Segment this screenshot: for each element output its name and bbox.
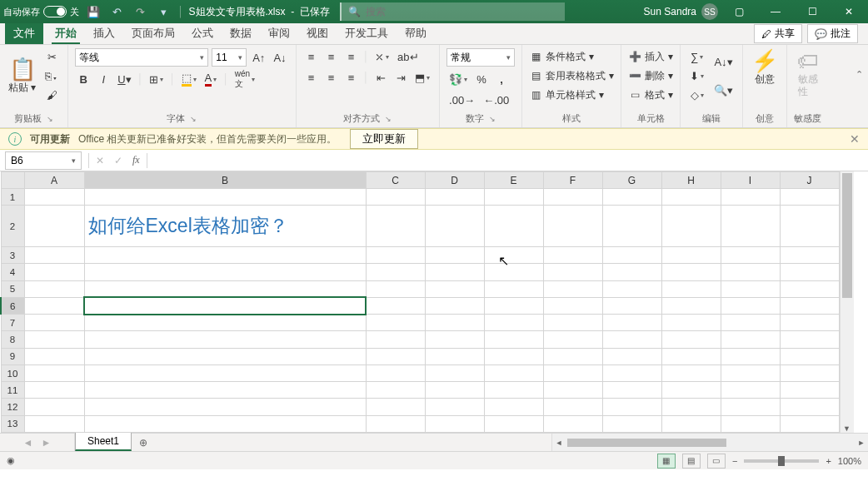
conditional-format-button[interactable]: ▦条件格式 ▾ bbox=[529, 48, 614, 65]
zoom-in-icon[interactable]: + bbox=[826, 456, 831, 466]
comments-button[interactable]: 💬 批注 bbox=[807, 24, 858, 43]
insert-cells-button[interactable]: ➕插入 ▾ bbox=[628, 48, 673, 65]
paste-button[interactable]: 📋粘贴 ▾ bbox=[7, 48, 37, 103]
vertical-scrollbar[interactable]: ▲ ▼ bbox=[840, 171, 854, 433]
row-header[interactable]: 2 bbox=[1, 206, 24, 247]
zoom-slider[interactable] bbox=[744, 459, 819, 463]
format-cells-button[interactable]: ▭格式 ▾ bbox=[628, 87, 673, 103]
tab-help[interactable]: 帮助 bbox=[397, 23, 435, 44]
row-header[interactable]: 9 bbox=[1, 348, 24, 364]
number-format-combo[interactable]: 常规▾ bbox=[446, 48, 515, 67]
row-header[interactable]: 4 bbox=[1, 264, 24, 280]
normal-view-icon[interactable]: ▦ bbox=[657, 454, 676, 469]
comma-icon[interactable]: , bbox=[493, 71, 510, 87]
horizontal-scrollbar[interactable]: ◄► bbox=[551, 434, 868, 451]
autosum-icon[interactable]: ∑ bbox=[687, 48, 706, 65]
col-header[interactable]: A bbox=[24, 172, 84, 189]
search-box[interactable]: 🔍 bbox=[340, 2, 565, 21]
format-as-table-button[interactable]: ▤套用表格格式 ▾ bbox=[529, 67, 614, 84]
underline-button[interactable]: U▾ bbox=[115, 71, 133, 87]
tab-review[interactable]: 审阅 bbox=[260, 23, 298, 44]
save-icon[interactable]: 💾 bbox=[84, 3, 102, 20]
align-center-icon[interactable]: ≡ bbox=[323, 69, 340, 86]
row-header[interactable]: 3 bbox=[1, 247, 24, 264]
border-button[interactable]: ⊞ bbox=[147, 71, 166, 87]
search-input[interactable] bbox=[366, 6, 558, 17]
ribbon-options-icon[interactable]: ▢ bbox=[723, 0, 755, 23]
align-right-icon[interactable]: ≡ bbox=[343, 69, 360, 86]
increase-indent-icon[interactable]: ⇥ bbox=[392, 69, 409, 86]
cut-icon[interactable]: ✂ bbox=[42, 48, 61, 65]
tab-insert[interactable]: 插入 bbox=[85, 23, 123, 44]
page-layout-view-icon[interactable]: ▤ bbox=[682, 454, 701, 469]
redo-icon[interactable]: ↷ bbox=[131, 3, 149, 20]
fx-icon[interactable]: fx bbox=[127, 154, 145, 166]
col-header[interactable]: J bbox=[780, 172, 839, 189]
bold-button[interactable]: B bbox=[75, 71, 92, 87]
col-header[interactable]: C bbox=[366, 172, 425, 189]
row-header[interactable]: 12 bbox=[1, 399, 24, 415]
row-header[interactable]: 11 bbox=[1, 382, 24, 399]
fill-color-button[interactable]: ⬚ bbox=[179, 71, 199, 87]
col-header[interactable]: H bbox=[661, 172, 721, 189]
align-left-icon[interactable]: ≡ bbox=[303, 69, 320, 86]
font-color-button[interactable]: A bbox=[202, 71, 220, 87]
delete-cells-button[interactable]: ➖删除 ▾ bbox=[628, 67, 673, 84]
page-break-view-icon[interactable]: ▭ bbox=[707, 454, 726, 469]
col-header[interactable]: E bbox=[484, 172, 543, 189]
format-painter-icon[interactable]: 🖌 bbox=[42, 87, 61, 103]
copy-icon[interactable]: ⎘▾ bbox=[42, 67, 61, 84]
accounting-format-icon[interactable]: 💱 bbox=[446, 71, 470, 87]
row-header[interactable]: 1 bbox=[1, 189, 24, 206]
find-select-icon[interactable]: 🔍▾ bbox=[711, 82, 736, 98]
autosave-toggle[interactable]: 自动保存 关 bbox=[3, 6, 79, 18]
col-header[interactable]: B bbox=[84, 172, 366, 189]
sheet-tab[interactable]: Sheet1 bbox=[75, 433, 132, 451]
active-cell[interactable] bbox=[84, 297, 366, 314]
zoom-out-icon[interactable]: − bbox=[732, 456, 737, 466]
update-now-button[interactable]: 立即更新 bbox=[350, 129, 418, 149]
new-sheet-button[interactable]: ⊕ bbox=[132, 434, 155, 451]
account-button[interactable]: Sun Sandra SS bbox=[644, 3, 718, 20]
increase-decimal-icon[interactable]: .00→ bbox=[446, 92, 477, 108]
dialog-launcher-icon[interactable]: ↘ bbox=[489, 115, 496, 123]
decrease-decimal-icon[interactable]: ←.00 bbox=[481, 92, 511, 108]
dialog-launcher-icon[interactable]: ↘ bbox=[190, 115, 197, 123]
phonetic-button[interactable]: wén文 bbox=[232, 71, 257, 87]
sheet-nav[interactable]: ◄ ► bbox=[0, 434, 75, 451]
dialog-launcher-icon[interactable]: ↘ bbox=[385, 115, 392, 123]
decrease-indent-icon[interactable]: ⇤ bbox=[372, 69, 389, 86]
cell-styles-button[interactable]: ▥单元格样式 ▾ bbox=[529, 87, 614, 103]
ideas-button[interactable]: ⚡创意 bbox=[750, 48, 780, 87]
col-header[interactable]: I bbox=[721, 172, 780, 189]
maximize-icon[interactable]: ☐ bbox=[796, 0, 828, 23]
undo-icon[interactable]: ↶ bbox=[107, 3, 126, 20]
tab-developer[interactable]: 开发工具 bbox=[337, 23, 397, 44]
tab-view[interactable]: 视图 bbox=[298, 23, 337, 44]
dialog-launcher-icon[interactable]: ↘ bbox=[47, 115, 53, 123]
shrink-font-icon[interactable]: A↓ bbox=[271, 49, 288, 66]
col-header[interactable]: D bbox=[425, 172, 484, 189]
row-header[interactable]: 5 bbox=[1, 280, 24, 297]
font-size-combo[interactable]: 11▾ bbox=[212, 48, 247, 67]
percent-icon[interactable]: % bbox=[473, 71, 490, 87]
row-header[interactable]: 6 bbox=[1, 297, 24, 314]
cell-b2[interactable]: 如何给Excel表格加密？ bbox=[84, 206, 366, 247]
grow-font-icon[interactable]: A↑ bbox=[250, 49, 267, 66]
close-icon[interactable]: ✕ bbox=[833, 0, 865, 23]
align-top-icon[interactable]: ≡ bbox=[303, 48, 320, 65]
align-bottom-icon[interactable]: ≡ bbox=[343, 48, 360, 65]
merge-button[interactable]: ⬒ bbox=[412, 69, 432, 86]
wrap-text-icon[interactable]: ab↵ bbox=[395, 48, 421, 65]
italic-button[interactable]: I bbox=[95, 71, 112, 87]
name-box[interactable]: B6▾ bbox=[5, 151, 82, 170]
msgbar-close-icon[interactable]: ✕ bbox=[850, 132, 860, 146]
record-macro-icon[interactable]: ◉ bbox=[7, 455, 15, 466]
row-header[interactable]: 8 bbox=[1, 331, 24, 348]
clear-icon[interactable]: ◇ bbox=[687, 87, 706, 103]
qat-customize-icon[interactable]: ▾ bbox=[154, 3, 172, 20]
col-header[interactable]: F bbox=[543, 172, 602, 189]
tab-layout[interactable]: 页面布局 bbox=[123, 23, 183, 44]
row-header[interactable]: 7 bbox=[1, 315, 24, 331]
formula-input[interactable] bbox=[149, 150, 868, 171]
